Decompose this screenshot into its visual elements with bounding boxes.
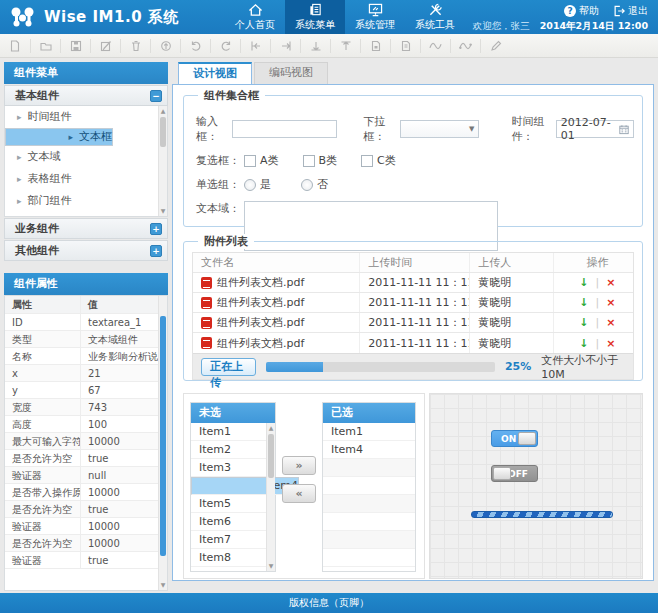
pdf-file-icon	[201, 337, 212, 349]
move-left-button[interactable]: «	[282, 484, 316, 503]
radio-icon[interactable]	[244, 179, 256, 191]
prop-row: 是否带入操作原因10000	[5, 484, 167, 501]
publish-icon[interactable]	[150, 39, 172, 53]
item-arrow-icon: ▸	[68, 126, 73, 148]
text-input-field[interactable]	[232, 120, 337, 138]
scroll-thumb[interactable]	[160, 117, 166, 147]
logout-icon	[613, 5, 625, 17]
expand-icon[interactable]: +	[150, 223, 162, 235]
attachment-row: 组件列表文档.pdf 2011-11-11 11：11：11 黄晓明 ↓|×	[193, 273, 633, 293]
pdf-file-icon	[201, 297, 212, 309]
download-icon[interactable]: ↓	[579, 334, 588, 353]
pencil-icon[interactable]	[480, 39, 502, 53]
undo-icon[interactable]	[180, 39, 202, 53]
download-icon[interactable]: ↓	[579, 293, 588, 312]
list-item[interactable]: Item2	[191, 441, 275, 459]
checkbox-class-c[interactable]: C类	[361, 153, 396, 168]
list-item[interactable]: Item3	[191, 459, 275, 477]
align-right-icon[interactable]	[270, 39, 292, 53]
pages-icon	[308, 3, 323, 17]
radio-icon[interactable]	[301, 179, 313, 191]
checkbox-icon[interactable]	[303, 155, 315, 167]
delete-icon[interactable]	[120, 39, 142, 53]
logout-link[interactable]: 退出	[613, 4, 648, 18]
scroll-down-icon[interactable]: ▼	[267, 562, 275, 570]
delete-attachment-icon[interactable]: ×	[606, 334, 615, 353]
prop-row: y67	[5, 382, 167, 399]
scroll-up-icon[interactable]: ▲	[267, 424, 275, 432]
date-picker-field[interactable]: 2012-07-01	[556, 120, 634, 138]
menu-item-table-component[interactable]: ▸表格组件	[5, 168, 167, 190]
prop-row: 高度100	[5, 416, 167, 433]
upload-status-bar: 正在上传 25% 文件大小不小于10M	[193, 353, 633, 379]
list-item[interactable]: Item8	[191, 549, 275, 567]
transfer-list-widget: 未选 Item1 Item2 Item3 Item4 Item5 Item6 I…	[183, 393, 425, 579]
checkbox-icon[interactable]	[361, 155, 373, 167]
tab-code-view[interactable]: 编码视图	[254, 62, 328, 84]
menu-item-department-component[interactable]: ▸部门组件	[5, 190, 167, 212]
radio-yes[interactable]: 是	[244, 177, 271, 192]
delete-attachment-icon[interactable]: ×	[606, 293, 615, 312]
selected-list: 已选 Item1 Item4	[322, 402, 416, 572]
toggle-switch-on[interactable]: ON	[491, 430, 538, 447]
nav-item-home[interactable]: 个人首页	[225, 0, 285, 34]
help-icon: ?	[564, 5, 576, 17]
nav-item-system-manage[interactable]: 系统管理	[345, 0, 405, 34]
menu-item-time-component[interactable]: ▸时间组件	[5, 106, 167, 128]
checkbox-class-a[interactable]: A类	[244, 153, 279, 168]
open-folder-icon[interactable]	[30, 39, 52, 53]
toggle-switch-off[interactable]: OFF	[491, 465, 538, 482]
line-chart-icon[interactable]	[420, 39, 442, 53]
group-business-components[interactable]: 业务组件 +	[4, 218, 168, 239]
curve-line-icon[interactable]	[450, 39, 472, 53]
nav-item-system-tools[interactable]: 系统工具	[405, 0, 465, 34]
align-left-icon[interactable]	[240, 39, 262, 53]
edit-doc-icon[interactable]	[90, 39, 112, 53]
list-item[interactable]: Item7	[191, 531, 275, 549]
toggle-knob[interactable]	[493, 467, 511, 480]
expand-icon[interactable]: +	[150, 245, 162, 257]
download-icon[interactable]: ↓	[579, 273, 588, 292]
component-props-table: 属性 值 IDtextarea_1 类型文本域组件 名称业务影响分析说明 x21…	[4, 295, 168, 591]
tab-design-view[interactable]: 设计视图	[178, 62, 252, 84]
lock-doc-icon[interactable]	[360, 39, 382, 53]
scroll-up-icon[interactable]: ▲	[159, 107, 167, 115]
delete-attachment-icon[interactable]: ×	[606, 273, 615, 292]
list-scrollbar[interactable]: ▲ ▼	[266, 423, 275, 571]
checkbox-icon[interactable]	[244, 155, 256, 167]
list-item[interactable]: Item1	[323, 423, 415, 441]
prop-row: 验证器10000	[5, 518, 167, 535]
toggle-knob[interactable]	[518, 432, 536, 445]
menu-item-textbox[interactable]: ▸文本框	[5, 128, 113, 146]
list-item[interactable]: Item6	[191, 513, 275, 531]
list-item[interactable]: Item4	[323, 441, 415, 459]
menu-scrollbar[interactable]: ▲ ▼	[158, 106, 167, 216]
scroll-down-icon[interactable]: ▼	[159, 207, 167, 215]
app-header: Wise IM1.0 系统 个人首页 系统菜单 系统管理	[0, 0, 658, 34]
copy-doc-icon[interactable]	[390, 39, 412, 53]
menu-item-textarea[interactable]: ▸文本域	[5, 146, 167, 168]
scroll-thumb[interactable]	[268, 434, 274, 478]
radio-no[interactable]: 否	[301, 177, 328, 192]
collapse-icon[interactable]: −	[150, 90, 162, 102]
save-icon[interactable]	[60, 39, 82, 53]
align-top-icon[interactable]	[330, 39, 352, 53]
list-item[interactable]: Item5	[191, 495, 275, 513]
move-right-button[interactable]: »	[282, 456, 316, 475]
download-icon[interactable]: ↓	[579, 313, 588, 332]
redo-icon[interactable]	[210, 39, 232, 53]
help-link[interactable]: ? 帮助	[564, 4, 599, 18]
scroll-thumb[interactable]	[160, 316, 166, 556]
group-basic-components[interactable]: 基本组件 −	[4, 85, 168, 106]
uploading-button[interactable]: 正在上传	[201, 358, 256, 376]
checkbox-class-b[interactable]: B类	[303, 153, 338, 168]
scroll-down-icon[interactable]: ▼	[159, 581, 167, 589]
new-file-icon[interactable]	[8, 39, 22, 53]
list-item[interactable]: Item1	[191, 423, 275, 441]
delete-attachment-icon[interactable]: ×	[606, 313, 615, 332]
group-other-components[interactable]: 其他组件 +	[4, 240, 168, 261]
align-bottom-icon[interactable]	[300, 39, 322, 53]
props-scrollbar[interactable]: ▼	[158, 296, 167, 590]
dropdown-select[interactable]: ▼	[400, 120, 480, 138]
nav-item-system-menu[interactable]: 系统菜单	[285, 0, 345, 34]
